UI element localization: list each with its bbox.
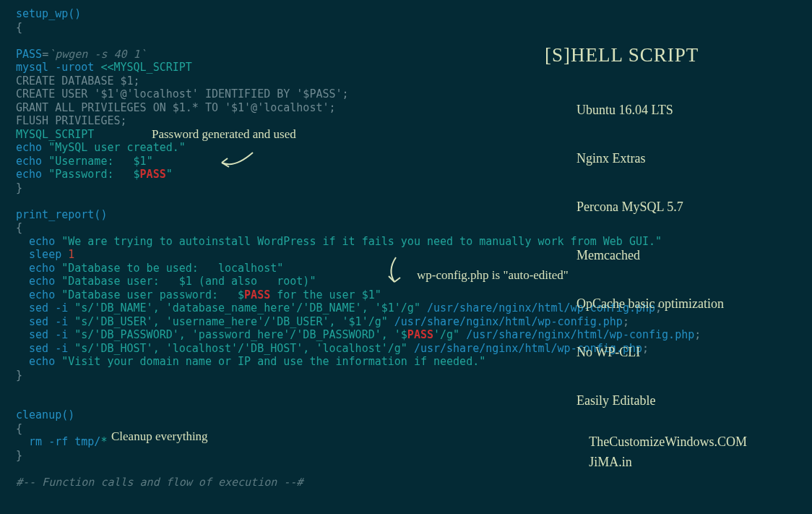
echo: echo [16, 155, 48, 168]
sql-line: CREATE USER '$1'@'localhost' IDENTIFIED … [16, 87, 349, 100]
echo: echo [16, 275, 61, 288]
string: "s/'DB_HOST', 'localhost'/'DB_HOST', 'lo… [74, 342, 407, 355]
string: "Database to be used: localhost" [61, 262, 283, 275]
brace: } [16, 369, 22, 382]
sed: sed -i [16, 315, 74, 328]
footer-line: TheCustomizeWindows.COM [589, 432, 747, 452]
sed: sed -i [16, 342, 74, 355]
sleep: sleep [16, 248, 68, 261]
string: (and also root)" [192, 275, 316, 288]
number: 1 [68, 248, 74, 261]
panel-item: Ubuntu 16.04 LTS [576, 99, 783, 121]
dollar: $ [134, 168, 140, 181]
var-pass: PASS [16, 48, 42, 61]
space [388, 315, 394, 328]
info-panel: [S]HELL SCRIPT Ubuntu 16.04 LTS Nginx Ex… [545, 22, 783, 424]
space [459, 328, 466, 341]
string: for the user [270, 288, 361, 301]
footer-credits: TheCustomizeWindows.COM JiMA.in [589, 432, 747, 472]
arg-1: $1 [381, 301, 394, 314]
string: " [375, 288, 381, 301]
glob-star: * [100, 435, 107, 448]
string: '/g" [394, 301, 420, 314]
string: "Password: [48, 168, 133, 181]
echo: echo [16, 168, 48, 181]
arg-1: $1 [179, 275, 192, 288]
heredoc: <<MYSQL_SCRIPT [100, 61, 191, 74]
mysql-cmd: mysql -uroot [16, 61, 100, 74]
fn-setup-wp: setup_wp() [16, 7, 81, 20]
string: "Database user password: [61, 288, 238, 301]
brace: { [16, 221, 22, 234]
annotation-wpconfig: wp-config.php is "auto-edited" [417, 269, 569, 283]
panel-item: OpCache basic optimization [576, 293, 783, 314]
string: "Database user: [61, 275, 179, 288]
rm-cmd: rm -rf tmp/ [16, 435, 100, 448]
panel-item: Memcached [576, 244, 783, 266]
panel-title: [S]HELL SCRIPT [545, 48, 783, 62]
backtick-cmd: `pwgen -s 40 1` [48, 48, 146, 61]
dollar: $ [238, 288, 244, 301]
string: "MySQL user created." [48, 141, 186, 154]
space [407, 342, 414, 355]
dollar: $ [401, 328, 407, 341]
echo: echo [16, 262, 61, 275]
echo: echo [16, 355, 61, 368]
heredoc-end: MYSQL_SCRIPT [16, 128, 94, 141]
arg-1: $1 [362, 288, 375, 301]
panel-item: Easily Editable [576, 390, 783, 411]
fn-print-report: print_report() [16, 208, 107, 221]
sql-line: GRANT ALL PRIVILEGES ON $1.* TO '$1'@'lo… [16, 101, 336, 114]
brace: { [16, 21, 22, 34]
string: "Username: [48, 155, 133, 168]
string: "s/'DB_USER', 'username_here'/'DB_USER',… [74, 315, 348, 328]
footer-line: JiMA.in [589, 452, 747, 472]
string: "s/'DB_NAME', 'database_name_here'/'DB_N… [74, 301, 381, 314]
var-pass-red: PASS [407, 328, 433, 341]
sql-line: FLUSH PRIVILEGES; [16, 114, 127, 127]
space [420, 301, 427, 314]
arg-1: $1 [349, 315, 362, 328]
string: '/g" [362, 315, 388, 328]
eq: = [42, 48, 48, 61]
brace: } [16, 181, 22, 194]
var-pass-red: PASS [140, 168, 166, 181]
var-pass-red: PASS [244, 288, 270, 301]
string: " [166, 168, 173, 181]
echo: echo [16, 288, 61, 301]
brace: } [16, 449, 22, 462]
annotation-password: Password generated and used [152, 128, 296, 142]
panel-item: Percona MySQL 5.7 [576, 196, 783, 218]
panel-item: No WP-CLI [576, 341, 783, 363]
sed: sed -i [16, 301, 74, 314]
arg-1: $1 [134, 155, 147, 168]
string: "Visit your domain name or IP and use th… [61, 355, 485, 368]
echo: echo [16, 235, 61, 248]
sql-line: CREATE DATABASE $1; [16, 74, 140, 87]
fn-cleanup: cleanup() [16, 408, 74, 421]
echo: echo [16, 141, 48, 154]
string: " [147, 155, 153, 168]
brace: { [16, 422, 22, 435]
panel-item: Nginx Extras [576, 147, 783, 169]
string: "s/'DB_PASSWORD', 'password_here'/'DB_PA… [74, 328, 401, 341]
string: '/g" [433, 328, 459, 341]
comment-flow: #-- Function calls and flow of execution… [16, 476, 303, 489]
sed: sed -i [16, 328, 74, 341]
annotation-cleanup: Cleanup everything [111, 430, 208, 444]
